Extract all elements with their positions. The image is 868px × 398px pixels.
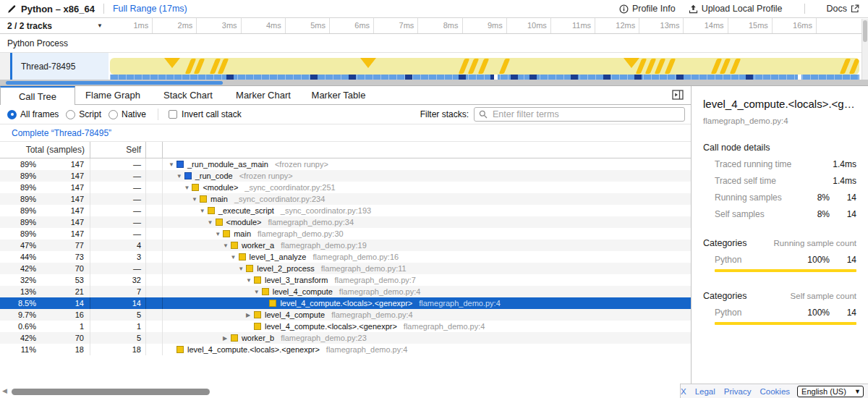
function-name: _run_module_as_main bbox=[187, 160, 268, 169]
marker-slash-icon[interactable] bbox=[468, 59, 479, 74]
timeline-vertical-scrollbar[interactable] bbox=[861, 19, 868, 80]
tab-stack-chart[interactable]: Stack Chart bbox=[150, 86, 226, 105]
expand-collapse-icon[interactable]: ▶ bbox=[246, 312, 254, 318]
call-tree-row[interactable]: 89%147—▼main_sync_coordinator.py:234 bbox=[0, 193, 691, 205]
call-tree-row[interactable]: 9.7%165▶level_4_computeflamegraph_demo.p… bbox=[0, 309, 691, 321]
radio-label[interactable]: All frames bbox=[20, 109, 59, 119]
call-tree-row[interactable]: 89%147—▼<module>_sync_coordinator.py:251 bbox=[0, 182, 691, 193]
expand-collapse-icon[interactable]: ▼ bbox=[238, 266, 246, 272]
footer-link-x[interactable]: X bbox=[681, 387, 686, 396]
call-tree-row[interactable]: 89%147—▼mainflamegraph_demo.py:30 bbox=[0, 228, 691, 240]
profile-info-button[interactable]: Profile Info bbox=[619, 4, 676, 14]
sidebar-toggle-icon[interactable] bbox=[672, 90, 684, 100]
expand-collapse-icon[interactable]: ▼ bbox=[246, 277, 254, 284]
thread-track-label[interactable]: Thread-78495 bbox=[12, 53, 109, 80]
expand-collapse-icon[interactable]: ▼ bbox=[192, 196, 200, 203]
footer-link-privacy[interactable]: Privacy bbox=[724, 387, 752, 396]
function-cell: level_4_compute.<locals>.<genexpr>flameg… bbox=[163, 345, 691, 354]
scrollbar-thumb[interactable] bbox=[863, 20, 867, 42]
thread-track[interactable]: Thread-78495 bbox=[0, 53, 868, 80]
language-select[interactable]: English (US) ▼ bbox=[797, 386, 864, 397]
call-tree-row[interactable]: 8.5%1414level_4_compute.<locals>.<genexp… bbox=[0, 297, 691, 309]
footer-link-legal[interactable]: Legal bbox=[695, 387, 715, 396]
category-color-square bbox=[176, 346, 184, 353]
tab-flame-graph[interactable]: Flame Graph bbox=[75, 86, 150, 105]
call-tree-row[interactable]: 44%733▼level_1_analyzeflamegraph_demo.py… bbox=[0, 251, 691, 263]
radio-all-frames[interactable] bbox=[7, 110, 17, 119]
call-tree-row[interactable]: 89%147—▼_run_module_as_main<frozen runpy… bbox=[0, 158, 691, 170]
call-tree-row[interactable]: 42%70—▼level_2_processflamegraph_demo.py… bbox=[0, 263, 691, 274]
process-track-header[interactable]: Python Process bbox=[0, 34, 868, 53]
call-tree-row[interactable]: 47%774▼worker_aflamegraph_demo.py:19 bbox=[0, 240, 691, 251]
marker-slash-icon[interactable] bbox=[478, 59, 489, 74]
sample-segment bbox=[634, 75, 642, 80]
expand-collapse-icon[interactable]: ▼ bbox=[184, 185, 192, 191]
expand-collapse-icon[interactable]: ▼ bbox=[208, 219, 216, 226]
marker-slash-icon[interactable] bbox=[720, 59, 731, 74]
total-percent: 13% bbox=[0, 287, 36, 296]
function-name: <module> bbox=[203, 183, 238, 192]
call-tree-row[interactable]: 0.6%11level_4_compute.<locals>.<genexpr>… bbox=[0, 321, 691, 332]
call-tree-row[interactable]: 42%705▶worker_bflamegraph_demo.py:23 bbox=[0, 332, 691, 344]
marker-slash-icon[interactable] bbox=[194, 59, 205, 74]
search-box[interactable] bbox=[474, 107, 685, 122]
call-tree-row[interactable]: 11%1818level_4_compute.<locals>.<genexpr… bbox=[0, 344, 691, 355]
tab-call-tree[interactable]: Call Tree bbox=[0, 86, 75, 105]
radio-native[interactable] bbox=[109, 110, 118, 119]
jank-marker-icon[interactable] bbox=[164, 58, 180, 68]
expand-collapse-icon[interactable]: ▼ bbox=[200, 208, 208, 214]
upload-profile-button[interactable]: Upload Local Profile bbox=[689, 4, 783, 14]
jank-marker-icon[interactable] bbox=[360, 58, 376, 68]
tracks-dropdown[interactable]: 2 / 2 tracks ▼ bbox=[0, 18, 109, 33]
invert-call-stack-label[interactable]: Invert call stack bbox=[182, 109, 242, 119]
full-range-link[interactable]: Full Range (17ms) bbox=[113, 4, 187, 14]
expand-collapse-icon[interactable]: ▶ bbox=[223, 335, 231, 342]
thread-activity-graph[interactable] bbox=[109, 53, 861, 80]
marker-slash-icon[interactable] bbox=[655, 59, 665, 74]
expand-collapse-icon[interactable]: ▼ bbox=[254, 289, 262, 295]
horizontal-scrollbar-thumb[interactable] bbox=[12, 389, 210, 395]
expand-collapse-icon[interactable]: ▼ bbox=[169, 161, 176, 168]
call-tree-row[interactable]: 32%5332▼level_3_transformflamegraph_demo… bbox=[0, 274, 691, 286]
filter-stacks-label: Filter stacks: bbox=[420, 109, 469, 119]
function-cell: ▼level_4_computeflamegraph_demo.py:4 bbox=[163, 287, 691, 296]
profile-title[interactable]: Python – x86_64 bbox=[21, 4, 95, 14]
expand-collapse-icon[interactable]: ▼ bbox=[223, 242, 231, 249]
breadcrumb-complete-thread-link[interactable]: Complete “Thread-78495” bbox=[12, 128, 111, 138]
marker-slash-icon[interactable] bbox=[499, 59, 510, 74]
scroll-left-arrow-icon[interactable]: ◀ bbox=[2, 387, 7, 394]
expand-collapse-icon[interactable]: ▼ bbox=[231, 254, 239, 261]
column-header-self[interactable]: Self bbox=[90, 142, 146, 158]
timeline-viewport-indicator[interactable] bbox=[6, 81, 223, 85]
column-header-total[interactable]: Total (samples) bbox=[0, 142, 90, 158]
radio-script[interactable] bbox=[66, 110, 75, 119]
tab-marker-chart[interactable]: Marker Chart bbox=[226, 86, 301, 105]
footer-link-cookies[interactable]: Cookies bbox=[760, 387, 791, 396]
jank-marker-icon[interactable] bbox=[624, 58, 639, 68]
process-label: Python Process bbox=[7, 38, 68, 48]
filter-stacks-input[interactable] bbox=[491, 109, 680, 120]
row-icon-cell bbox=[146, 321, 163, 332]
time-tick: 10ms bbox=[507, 18, 551, 33]
tab-marker-table[interactable]: Marker Table bbox=[301, 86, 376, 105]
radio-label[interactable]: Script bbox=[79, 109, 101, 119]
sample-strip[interactable] bbox=[110, 75, 859, 80]
docs-link[interactable]: Docs bbox=[827, 4, 859, 14]
expand-collapse-icon[interactable]: ▼ bbox=[215, 231, 223, 237]
detail-row: Traced running time1.4ms bbox=[703, 159, 856, 169]
call-tree-row[interactable]: 89%147—▼_run_code<frozen runpy> bbox=[0, 170, 691, 182]
function-file: flamegraph_demo.py:23 bbox=[281, 334, 367, 342]
marker-slash-icon[interactable] bbox=[665, 59, 676, 74]
radio-label[interactable]: Native bbox=[122, 109, 146, 119]
footer-links: XLegalPrivacyCookies bbox=[681, 387, 790, 396]
marker-slash-icon[interactable] bbox=[848, 59, 859, 74]
call-tree-row[interactable]: 89%147—▼_execute_script_sync_coordinator… bbox=[0, 205, 691, 216]
expand-collapse-icon[interactable]: ▼ bbox=[176, 173, 184, 179]
activity-band[interactable] bbox=[110, 58, 859, 75]
pencil-icon[interactable] bbox=[7, 4, 17, 14]
invert-call-stack-checkbox[interactable] bbox=[169, 110, 177, 119]
marker-slash-icon[interactable] bbox=[730, 59, 741, 74]
total-percent: 89% bbox=[0, 160, 36, 169]
call-tree-row[interactable]: 13%217▼level_4_computeflamegraph_demo.py… bbox=[0, 286, 691, 297]
call-tree-row[interactable]: 89%147—▼<module>flamegraph_demo.py:34 bbox=[0, 216, 691, 228]
